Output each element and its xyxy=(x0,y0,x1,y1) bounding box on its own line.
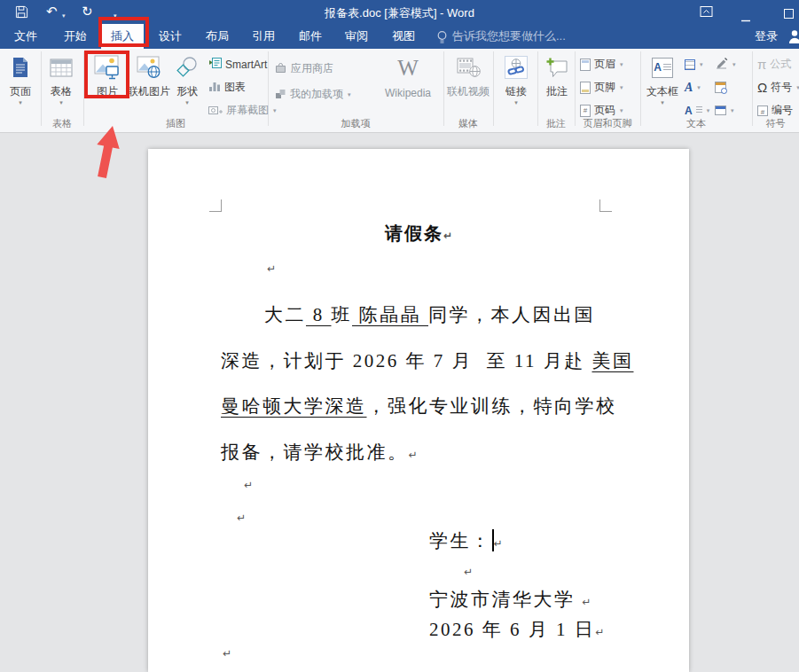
my-addins-button[interactable]: 我的加载项 ▾ xyxy=(275,84,351,105)
signature-pencil-icon xyxy=(715,57,728,72)
tab-home[interactable]: 开始 xyxy=(59,24,92,49)
text-run-underlined: 美国 xyxy=(591,350,633,371)
header-button[interactable]: 页眉 ▾ xyxy=(580,54,623,74)
doc-title-line: 请假条↵ xyxy=(148,222,689,246)
smartart-button[interactable]: SmartArt xyxy=(208,54,267,74)
paragraph-mark: ↵ xyxy=(267,262,276,275)
pages-button[interactable]: 页面 ▾ xyxy=(2,51,39,118)
document-page[interactable]: 请假条↵ ↵ 大二 8 班 陈晶晶 同学，本人因出国 深造，计划于 2026 年… xyxy=(148,149,689,672)
omega-icon: Ω xyxy=(757,80,767,95)
page-icon xyxy=(12,51,28,84)
tab-view[interactable]: 视图 xyxy=(387,24,420,49)
text-run: 宁波市清华大学 xyxy=(429,589,582,610)
chart-label: 图表 xyxy=(224,80,246,95)
group-label-symbols: 符号 xyxy=(752,117,799,130)
chevron-down-icon: ▾ xyxy=(514,98,518,106)
text-run: ，强化专业训练，特向学校 xyxy=(367,395,617,417)
textbox-icon: A xyxy=(652,51,673,84)
wikipedia-w-icon: W xyxy=(397,51,419,86)
shapes-label: 形状 xyxy=(176,84,198,98)
tab-review[interactable]: 审阅 xyxy=(340,24,373,49)
online-picture-icon xyxy=(137,51,161,84)
text-run-underlined: 陈晶晶 xyxy=(352,304,428,325)
textbox-label: 文本框 xyxy=(646,84,678,98)
online-video-label: 联机视频 xyxy=(447,84,490,98)
text-run-underlined: 曼哈顿大学深造 xyxy=(221,395,367,417)
date-time-icon xyxy=(715,82,726,93)
drop-cap-icon: A xyxy=(685,105,693,117)
wordart-button[interactable]: A ▾ xyxy=(685,77,701,98)
chart-icon xyxy=(208,80,221,95)
tab-file[interactable]: 文件 xyxy=(9,24,43,49)
group-separator xyxy=(537,51,538,126)
online-pictures-label: 联机图片 xyxy=(128,84,170,98)
my-addins-label: 我的加载项 xyxy=(290,87,343,102)
text-run-underlined: 8 xyxy=(306,304,332,325)
footer-button[interactable]: 页脚 ▾ xyxy=(580,77,623,98)
margin-corner-mark xyxy=(599,199,612,212)
signature-line-button[interactable]: ▾ xyxy=(715,54,736,74)
store-label: 应用商店 xyxy=(291,61,333,76)
tab-layout[interactable]: 布局 xyxy=(200,24,234,49)
chevron-down-icon: ▾ xyxy=(620,107,623,114)
group-label-addins: 加载项 xyxy=(268,117,443,130)
equation-button[interactable]: π 公式 xyxy=(757,54,791,74)
group-label-text: 文本 xyxy=(640,117,752,130)
table-label: 表格 xyxy=(51,84,72,98)
chevron-down-icon: ▾ xyxy=(661,98,664,106)
store-icon xyxy=(275,62,287,76)
text-run: 报备，请学校批准。 xyxy=(221,441,409,463)
comment-icon xyxy=(546,51,568,84)
paragraph-mark: ↵ xyxy=(582,596,591,608)
sign-in-link[interactable]: 登录 xyxy=(755,24,778,49)
header-label: 页眉 xyxy=(594,57,615,72)
textbox-button[interactable]: A 文本框 ▾ xyxy=(643,51,682,118)
document-area: 请假条↵ ↵ 大二 8 班 陈晶晶 同学，本人因出国 深造，计划于 2026 年… xyxy=(0,133,799,672)
chevron-down-icon: ▾ xyxy=(59,98,63,106)
date-time-button[interactable] xyxy=(715,77,726,98)
wikipedia-button[interactable]: W Wikipedia xyxy=(378,51,438,118)
symbol-button[interactable]: Ω 符号 ▾ xyxy=(757,77,799,98)
comment-button[interactable]: 批注 xyxy=(539,51,575,118)
online-video-button[interactable]: 联机视频 xyxy=(446,51,490,118)
body-line-4: 报备，请学校批准。↵ xyxy=(221,440,418,465)
paragraph-mark: ↵ xyxy=(244,479,253,491)
ribbon-display-options-icon[interactable] xyxy=(700,4,713,22)
text-run: 深造，计划于 2026 年 7 月 至 11 月赴 xyxy=(221,350,591,371)
paragraph-mark: ↵ xyxy=(223,647,231,660)
body-line-2: 深造，计划于 2026 年 7 月 至 11 月赴 美国 xyxy=(221,348,633,373)
group-label-tables: 表格 xyxy=(41,117,83,130)
share-person-icon[interactable] xyxy=(788,29,799,48)
symbol-label: 符号 xyxy=(771,80,792,95)
chevron-down-icon: ▾ xyxy=(620,84,623,91)
chevron-down-icon: ▾ xyxy=(697,84,701,91)
tab-mailings[interactable]: 邮件 xyxy=(294,24,327,49)
body-line-1: 大二 8 班 陈晶晶 同学，本人因出国 xyxy=(264,302,595,327)
object-icon xyxy=(715,105,726,115)
group-separator xyxy=(575,51,576,126)
text-run: 大二 xyxy=(264,304,306,325)
chevron-down-icon: ▾ xyxy=(731,107,734,114)
quick-parts-button[interactable]: ▾ xyxy=(685,54,703,74)
maximize-button[interactable] xyxy=(784,7,795,23)
tab-design[interactable]: 设计 xyxy=(153,24,187,49)
store-button[interactable]: 应用商店 xyxy=(275,59,333,79)
table-button[interactable]: 表格 ▾ xyxy=(43,51,80,118)
annotation-box-picture-button xyxy=(84,51,129,98)
table-icon xyxy=(50,51,73,84)
number-label: 编号 xyxy=(772,103,793,118)
chart-button[interactable]: 图表 xyxy=(208,77,246,98)
link-button[interactable]: 链接 ▾ xyxy=(497,51,536,118)
text-run: 同学，本人因出国 xyxy=(428,304,595,325)
lightbulb-icon xyxy=(436,30,448,48)
online-video-icon xyxy=(457,51,481,84)
link-label: 链接 xyxy=(505,84,527,98)
tell-me-box[interactable]: 告诉我您想要做什么... xyxy=(452,24,566,49)
shapes-button[interactable]: 形状 ▾ xyxy=(168,51,206,118)
tab-references[interactable]: 引用 xyxy=(247,24,280,49)
group-separator xyxy=(41,51,42,126)
chevron-down-icon: ▾ xyxy=(348,91,351,98)
online-pictures-button[interactable]: 联机图片 xyxy=(128,51,170,118)
group-separator xyxy=(443,51,444,126)
paragraph-mark: ↵ xyxy=(464,566,473,578)
